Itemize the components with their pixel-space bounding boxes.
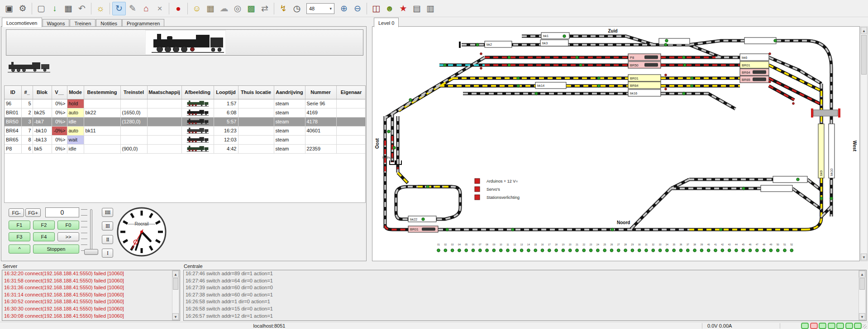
col-header[interactable]: Aandrijving <box>274 86 305 99</box>
sensor-dot[interactable] <box>548 249 551 252</box>
sensor-dot[interactable] <box>776 249 779 252</box>
loco-row-96[interactable]: 9650%>hold1:57steamSerie 96 <box>5 99 366 108</box>
signal-green[interactable] <box>720 228 722 231</box>
sensor-dot[interactable] <box>638 249 641 252</box>
signal-green[interactable] <box>830 197 833 200</box>
signal-green[interactable] <box>665 39 668 42</box>
sensor-dot[interactable] <box>672 249 676 252</box>
close-icon[interactable]: × <box>153 2 167 15</box>
speed-display[interactable]: 0 <box>45 207 79 217</box>
tip-lamp-icon[interactable]: ☼ <box>94 2 107 15</box>
sensor-dot[interactable] <box>755 249 758 252</box>
signal-green[interactable] <box>691 85 693 87</box>
search-icon[interactable]: ◎ <box>231 2 244 15</box>
shuffle-icon[interactable]: ⇄ <box>258 2 272 15</box>
edit-pen-icon[interactable]: ✎ <box>126 2 139 15</box>
track-block-BR50[interactable]: BR50 <box>628 61 661 68</box>
sensor-dot[interactable] <box>562 249 565 252</box>
archive-icon[interactable]: ▥ <box>424 2 437 15</box>
track-block-BR64[interactable]: BR64 <box>628 82 661 89</box>
sensor-dot[interactable] <box>582 249 586 252</box>
signal-green[interactable] <box>409 99 412 101</box>
sensor-dot[interactable] <box>603 249 606 252</box>
throttle-slider[interactable] <box>90 209 92 252</box>
f0-button[interactable]: F0 <box>57 221 79 230</box>
smiley-icon[interactable]: ☺ <box>190 2 204 15</box>
sensor-dot[interactable] <box>721 249 724 252</box>
sensor-dot[interactable] <box>513 249 516 252</box>
signal-green[interactable] <box>774 39 777 42</box>
track-block-bk14[interactable]: bk14 <box>535 82 566 89</box>
signal-green[interactable] <box>476 43 479 46</box>
col-header[interactable]: Blok <box>33 86 52 99</box>
sensor-dot[interactable] <box>520 249 523 252</box>
sensor-dot[interactable] <box>624 249 627 252</box>
print-icon[interactable]: ▦ <box>62 2 75 15</box>
signal-green[interactable] <box>422 218 424 221</box>
sensor-dot[interactable] <box>693 249 696 252</box>
sensor-dot[interactable] <box>714 249 717 252</box>
track-block-P8[interactable]: P8 <box>628 54 661 61</box>
col-header[interactable]: ID <box>5 86 21 99</box>
home-icon[interactable]: ⌂ <box>139 2 153 15</box>
power-icon[interactable]: ↯ <box>277 2 290 15</box>
sensor-dot[interactable] <box>527 249 530 252</box>
track-block-bk6[interactable]: bk6 <box>740 54 769 61</box>
brake-4-button[interactable]: IIII <box>102 208 113 217</box>
f1-button[interactable]: F1 <box>9 221 30 230</box>
open-folder-icon[interactable]: ▢ <box>34 2 48 15</box>
sensor-dot[interactable] <box>465 249 468 252</box>
sensor-dot[interactable] <box>735 249 738 252</box>
centrale-log[interactable]: 16:27:46 switch addr=89 dir=1 action=116… <box>183 270 867 321</box>
signal-green[interactable] <box>387 130 390 133</box>
sensor-dot[interactable] <box>686 249 689 252</box>
track-block-bk10[interactable]: bk10 <box>829 124 835 178</box>
track-block-BR64[interactable]: BR64 <box>740 69 769 75</box>
loco-row-BR50[interactable]: BR503-bk70%>idle(1280,0)5:57steam4178 <box>5 117 366 126</box>
server-log-scrollbar[interactable]: ▲ ▼ <box>172 270 179 320</box>
signal-green[interactable] <box>517 77 520 80</box>
direction-button[interactable]: ^ <box>9 244 30 254</box>
sensor-dot[interactable] <box>742 249 745 252</box>
book-icon[interactable]: ◫ <box>369 2 383 15</box>
notes-icon[interactable]: ▤ <box>410 2 424 15</box>
sensor-dot[interactable] <box>679 249 682 252</box>
fg-plus-button[interactable]: FG+ <box>25 208 41 217</box>
centrale-log-scrollbar[interactable]: ▲ ▼ <box>858 270 866 320</box>
f3-button[interactable]: F3 <box>9 232 30 241</box>
loco-row-BR01[interactable]: BR012bk250%>autobk22(1650,0)6:08steam416… <box>5 108 366 117</box>
track-block-BR01[interactable]: BR01 <box>408 226 438 232</box>
signal-green[interactable] <box>579 64 582 66</box>
sensor-dot[interactable] <box>658 249 662 252</box>
sensor-dot[interactable] <box>451 249 454 252</box>
sensor-dot[interactable] <box>506 249 510 252</box>
track-block[interactable] <box>659 38 690 44</box>
track-block-BR01[interactable]: BR01 <box>628 75 661 81</box>
signal-green[interactable] <box>576 56 578 59</box>
loco-row-P8[interactable]: P86bk50%>idle(900,0)4:42steam22359 <box>5 144 366 153</box>
col-header[interactable]: Mode <box>67 86 84 99</box>
signal-green[interactable] <box>597 77 600 80</box>
track-block-bk2[interactable]: bk2 <box>485 41 512 47</box>
sensor-dot[interactable] <box>707 249 710 252</box>
users-icon[interactable]: ☻ <box>383 2 396 15</box>
track-block[interactable] <box>761 185 792 192</box>
track-block-bk9[interactable]: bk9 <box>818 124 824 178</box>
sensor-dot[interactable] <box>610 249 613 252</box>
sensor-dot[interactable] <box>728 249 731 252</box>
sensor-dot[interactable] <box>458 249 461 252</box>
sensor-dot[interactable] <box>541 249 544 252</box>
zoom-out-icon[interactable]: ⊖ <box>351 2 364 15</box>
signal-green[interactable] <box>508 56 510 59</box>
sensor-dot[interactable] <box>568 249 572 252</box>
zoom-level-dropdown[interactable]: 48▾ <box>306 3 334 14</box>
col-header[interactable]: Bestemming <box>84 86 120 99</box>
throttle-slider-thumb[interactable] <box>84 249 98 255</box>
sensor-dot[interactable] <box>617 249 620 252</box>
signal-green[interactable] <box>683 64 686 66</box>
col-header[interactable]: Eigenaar <box>336 86 366 99</box>
col-header[interactable]: Treinstel <box>120 86 147 99</box>
track-block[interactable] <box>744 38 776 44</box>
server-log[interactable]: 16:32:20 connect(192.168.188.41:5550) fa… <box>2 270 180 321</box>
stop-icon[interactable]: ● <box>172 2 185 15</box>
